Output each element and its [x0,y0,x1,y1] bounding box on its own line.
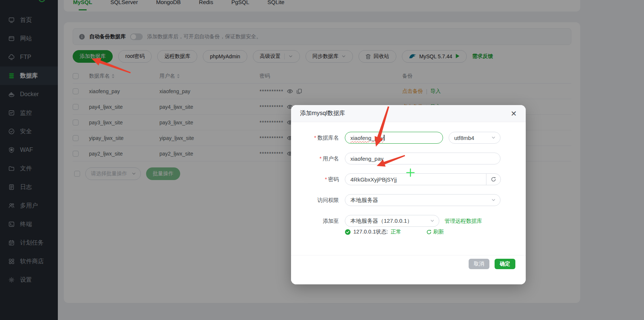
confirm-button[interactable]: 确定 [495,259,515,269]
modal-body: *数据库名 xiaofeng_pay utf8mb4 *用户名 xiaofeng… [291,122,526,235]
modal-header: 添加mysql数据库 ✕ [291,105,526,122]
dbname-label: *数据库名 [297,134,339,141]
status-prefix: 127.0.0.1状态: [353,228,388,235]
required-mark: * [325,176,327,182]
status-value: 正常 [391,228,402,235]
add-mysql-database-modal: 添加mysql数据库 ✕ *数据库名 xiaofeng_pay utf8mb4 … [291,105,526,284]
refresh-label: 刷新 [433,228,444,235]
dbname-input[interactable]: xiaofeng_pay [345,132,443,144]
addto-label: 添加至 [297,218,339,225]
username-input[interactable]: xiaofeng_pay [345,153,501,164]
password-value: 4RkGbxXyjPBjSYjj [350,176,397,183]
password-label: *密码 [297,176,339,183]
addto-value: 本地服务器（127.0.0.1） [350,218,413,225]
addto-select[interactable]: 本地服务器（127.0.0.1） [345,215,439,227]
chevron-down-icon [430,219,435,223]
access-label: 访问权限 [297,197,339,204]
dbname-value: xiaofeng_pay [350,135,383,141]
cancel-button[interactable]: 取消 [469,259,489,269]
form-row-password: *密码 4RkGbxXyjPBjSYjj [297,173,526,185]
server-status-row: 127.0.0.1状态: 正常 刷新 [345,228,526,235]
refresh-status-link[interactable]: 刷新 [426,228,444,235]
password-group: 4RkGbxXyjPBjSYjj [345,173,501,185]
form-row-addto: 添加至 本地服务器（127.0.0.1） 管理远程数据库 [297,215,526,227]
button-label: 确定 [500,261,510,267]
access-select[interactable]: 本地服务器 [345,194,501,206]
text-caret [384,135,384,141]
chevron-down-icon [491,198,496,202]
refresh-icon [491,177,496,182]
modal-footer: 取消 确定 [291,255,526,284]
modal-title: 添加mysql数据库 [300,110,345,117]
close-icon[interactable]: ✕ [511,110,517,117]
required-mark: * [314,135,316,141]
access-value: 本地服务器 [350,197,378,204]
manage-remote-db-link[interactable]: 管理远程数据库 [445,218,482,225]
chevron-down-icon [491,135,496,140]
charset-value: utf8mb4 [454,135,474,141]
username-value: xiaofeng_pay [350,156,383,162]
charset-select[interactable]: utf8mb4 [449,132,501,144]
form-row-access: 访问权限 本地服务器 [297,194,526,206]
regenerate-password-button[interactable] [486,173,501,185]
check-circle-icon [345,229,351,235]
form-row-username: *用户名 xiaofeng_pay [297,153,526,164]
required-mark: * [320,156,322,161]
username-label: *用户名 [297,155,339,162]
button-label: 取消 [474,261,484,267]
password-input[interactable]: 4RkGbxXyjPBjSYjj [345,173,486,185]
refresh-icon [426,229,432,235]
form-row-dbname: *数据库名 xiaofeng_pay utf8mb4 [297,132,526,144]
